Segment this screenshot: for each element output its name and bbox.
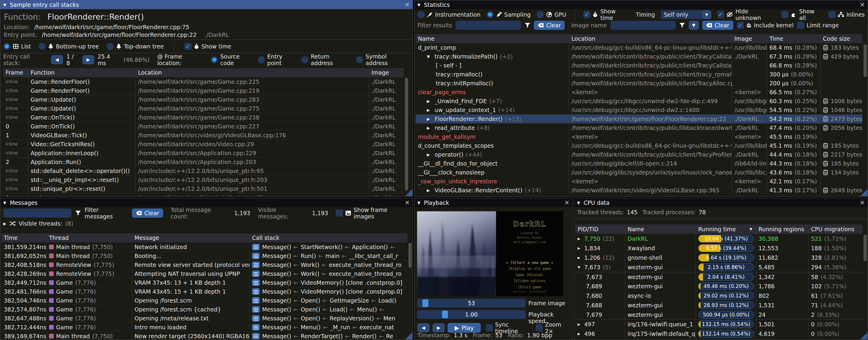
call-stack-icon[interactable] <box>252 253 260 259</box>
view-mode-top-down-tree[interactable]: Top-down tree <box>106 43 163 50</box>
stats-source-instrumentation[interactable]: Instrumentation <box>417 11 480 18</box>
table-row[interactable]: _raw_spin_unlock_irqrestore<kernel><kern… <box>415 177 862 186</box>
sample-panel-titlebar[interactable]: ▼ Sample entry call stacks ✕ <box>0 0 413 9</box>
table-row[interactable]: 382,647,488nsGame(7,776)Opening /meta/re… <box>1 314 407 322</box>
column-header-code-size[interactable]: Code size <box>820 34 862 43</box>
filter-messages-input[interactable] <box>3 209 71 218</box>
clear-button[interactable]: Clear <box>534 21 565 30</box>
table-row[interactable]: inlinestd::__uniq_ptr_impl<>::reset()/us… <box>3 175 404 184</box>
table-row[interactable]: d_count_templates_scopes/usr/src/debug/g… <box>415 141 862 150</box>
close-icon[interactable]: ✕ <box>860 200 865 206</box>
resize-grip[interactable] <box>860 332 867 339</box>
frame-location-entry-point[interactable]: Entry point <box>258 53 298 66</box>
filter-funnel-icon[interactable] <box>75 210 81 216</box>
column-header-location[interactable]: Location <box>136 68 369 77</box>
timing-dropdown[interactable]: Self only▼ <box>661 10 711 19</box>
expand-icon[interactable]: ▶ <box>427 99 432 104</box>
resize-grip[interactable] <box>860 189 867 196</box>
table-row[interactable]: __GI__dl_find_dso_for_object/usr/src/deb… <box>415 159 862 168</box>
table-row[interactable]: inlinestd::default_delete<>::operator()(… <box>3 166 404 175</box>
call-stack-icon[interactable] <box>252 279 260 286</box>
collapse-icon[interactable]: ▼ <box>578 265 582 269</box>
next-call-stack-button[interactable]: ▶ <box>83 55 94 64</box>
playback-titlebar[interactable]: ▼ Playback ✕ <box>414 198 572 207</box>
call-stack-icon[interactable] <box>252 288 260 295</box>
column-header-image[interactable]: Image <box>369 68 404 77</box>
table-row[interactable]: inlineGame::RenderFloor()/home/wolf/dark… <box>3 77 404 86</box>
column-header-thread[interactable]: Thread <box>46 233 132 242</box>
table-row[interactable]: inlineGame::Update()/home/wolf/darkrl/sr… <box>3 95 404 104</box>
table-row[interactable]: 382,481,766nsGame(7,776)VRAM 43x45: 15 +… <box>1 287 407 296</box>
table-row[interactable]: ▶119kworker/u17:0+i915_flip127.48 ms (0.… <box>575 339 862 339</box>
table-row[interactable]: tracy::rpmalloc()/home/wolf/darkrl/contr… <box>415 70 862 79</box>
table-row[interactable]: 7,689wezterm-gui49.46 ms (0.20%)1,786102… <box>575 281 862 291</box>
table-row[interactable]: 0Game::OnTick()/home/wolf/darkrl/src/gam… <box>3 121 404 131</box>
collapse-icon[interactable]: ▼ <box>3 201 6 205</box>
table-row[interactable]: d_print_comp/usr/src/debug/gcc-build/x86… <box>415 43 862 52</box>
expand-icon[interactable]: ▶ <box>578 256 582 260</box>
vertical-scrollbar[interactable] <box>863 34 867 195</box>
column-header-call-stack[interactable]: Call stack <box>250 233 407 242</box>
table-row[interactable]: module_get_kallsym<kernel><kernel>45.5 m… <box>415 132 862 141</box>
table-row[interactable]: 7,673wezterm-gui2.04 s (8.41%)1,34258(4.… <box>575 272 862 281</box>
chevron-down-icon[interactable]: ▼ <box>702 10 711 19</box>
frame-location-symbol-address[interactable]: Symbol address <box>356 53 410 66</box>
show-time-checkbox[interactable]: ✓Show time <box>184 43 231 50</box>
table-row[interactable]: 3main/home/wolf/darkrl/src/EntryPointPos… <box>3 193 404 196</box>
view-mode-list[interactable]: List <box>3 43 31 50</box>
call-stack-icon[interactable] <box>252 244 260 250</box>
expand-icon[interactable]: ▶ <box>427 188 432 193</box>
table-row[interactable]: 382,449,712nsGame(7,776)VRAM 37x45: 13 +… <box>1 278 407 287</box>
column-header-time[interactable]: Time <box>767 34 820 43</box>
table-row[interactable]: ▶VideoGLBase::RenderContent()(+14)/home/… <box>415 186 862 195</box>
filter-funnel-icon[interactable] <box>525 23 530 28</box>
expand-icon[interactable]: ▶ <box>578 237 582 241</box>
table-row[interactable]: ▶operator()(+44)/home/wolf/darkrl/contri… <box>415 150 862 159</box>
expand-icon[interactable]: ▶ <box>3 221 6 226</box>
table-row[interactable]: ▶497irq/176-iwlwifi:queue_1132.15 ms (0.… <box>575 319 862 329</box>
table-row[interactable]: __GI___clock_nanosleep/usr/src/debug/gli… <box>415 168 862 177</box>
messages-titlebar[interactable]: ▼ Messages ✕ <box>0 198 413 207</box>
table-row[interactable]: 382,574,807nsGame(7,776)Opening /forest.… <box>1 305 407 314</box>
include-kernel-checkbox[interactable]: ✓Include kernel <box>737 22 794 29</box>
table-row[interactable]: tracy::InitRpmalloc()/home/wolf/darkrl/c… <box>415 79 862 88</box>
table-row[interactable]: inlineGame::OnTick()/home/wolf/darkrl/sr… <box>3 113 404 121</box>
stats-source-sampling[interactable]: Sampling <box>487 11 531 18</box>
collapse-icon[interactable]: ▼ <box>3 3 6 7</box>
vertical-scrollbar[interactable] <box>408 233 412 339</box>
call-stack-icon[interactable] <box>252 306 260 313</box>
vertical-scrollbar[interactable] <box>863 224 867 339</box>
close-icon[interactable]: ✕ <box>405 200 410 206</box>
image-name-input[interactable] <box>610 21 676 30</box>
table-row[interactable]: inlinestd::unique_ptr<>::reset()/usr/inc… <box>3 184 404 193</box>
table-row[interactable]: clear_page_erms<kernel><kernel>66.5 ms(0… <box>415 88 862 96</box>
table-row[interactable]: inlineVideo::GetTicksHiRes()/home/wolf/d… <box>3 139 404 148</box>
filter-results-input[interactable] <box>456 21 521 30</box>
frame-image-slider[interactable]: 53 <box>417 299 526 308</box>
stats-source-gpu[interactable]: GPU <box>537 11 566 18</box>
expand-icon[interactable]: ▶ <box>427 117 432 121</box>
clear-button[interactable]: Clear <box>702 21 733 30</box>
table-row[interactable]: 2Application::Run()/home/wolf/darkrl/src… <box>3 157 404 166</box>
column-header-pid-tid[interactable]: PID/TID <box>575 224 625 234</box>
column-header-running-regions[interactable]: Running regions <box>756 224 809 234</box>
close-icon[interactable]: ✕ <box>405 2 410 8</box>
table-row[interactable]: 7,680async-io29.02 ms (0.12%)80261(7.61%… <box>575 291 862 301</box>
cpu-data-titlebar[interactable]: ▼ CPU data ✕ <box>574 198 868 207</box>
table-row[interactable]: [ - self - ]/home/wolf/darkrl/contrib/tr… <box>415 61 862 70</box>
collapse-icon[interactable]: ▼ <box>417 201 420 205</box>
table-row[interactable]: ▶_Unwind_Find_FDE(+7)/usr/src/debug/gcc/… <box>415 96 862 106</box>
call-stack-icon[interactable] <box>252 271 260 277</box>
column-header-cpu-migrations[interactable]: CPU migrations <box>809 224 862 234</box>
column-header-time[interactable]: Time <box>1 233 46 242</box>
table-row[interactable]: 382,408,518nsRemoteView(7,775)Remote vie… <box>1 260 407 269</box>
prev-call-stack-button[interactable]: ◀ <box>51 55 63 64</box>
limit-range-checkbox[interactable]: ✓Limit range <box>797 22 839 29</box>
call-stack-icon[interactable] <box>252 315 260 321</box>
playback-speed-slider[interactable]: 1.00 <box>417 310 526 319</box>
collapse-icon[interactable]: ▼ <box>417 3 420 7</box>
column-header-running-time[interactable]: Running time▼ <box>696 224 756 234</box>
clear-button[interactable]: Clear <box>132 209 163 218</box>
table-row[interactable]: 381,559,214nsMain thread(7,750)Network i… <box>1 242 407 251</box>
collapse-icon[interactable]: ▼ <box>577 201 580 205</box>
